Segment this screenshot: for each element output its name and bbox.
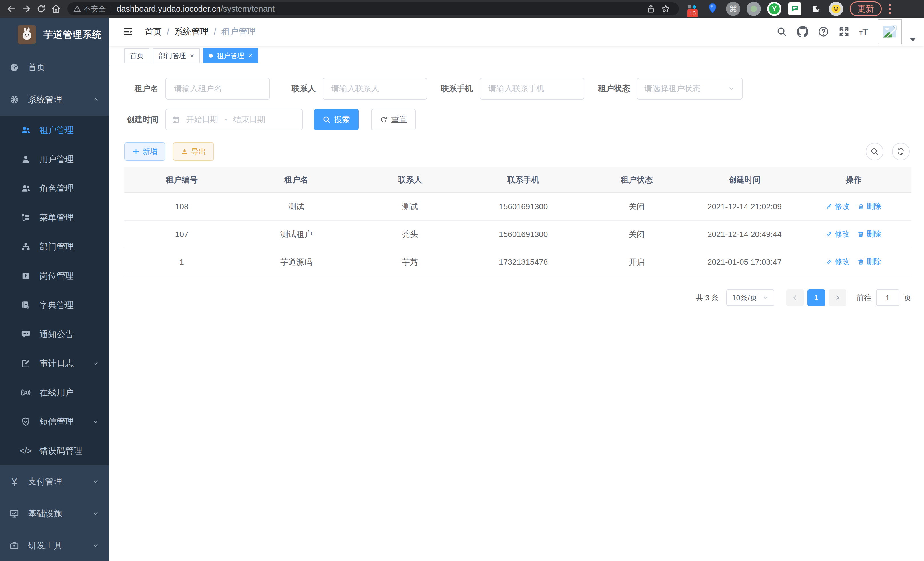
pagination: 共 3 条 10条/页 1 前往 页: [124, 289, 911, 306]
update-button[interactable]: 更新: [850, 2, 882, 16]
app-logo: [18, 26, 36, 44]
total-count: 共 3 条: [696, 293, 719, 303]
sidebar-item-home[interactable]: 首页: [0, 51, 109, 83]
url-host: dashboard.yudao.iocoder.cn: [117, 4, 220, 14]
fullscreen-icon[interactable]: [838, 26, 849, 37]
edit-link[interactable]: 修改: [826, 257, 849, 267]
chevron-down-icon: [92, 542, 99, 549]
delete-link[interactable]: 删除: [857, 201, 881, 211]
reset-button[interactable]: 重置: [371, 109, 416, 130]
sidebar-item-label: 错误码管理: [39, 445, 99, 457]
logo-row[interactable]: 芋道管理系统: [0, 18, 109, 51]
next-page-button[interactable]: [829, 289, 846, 306]
tab-tenant[interactable]: 租户管理 ×: [203, 48, 258, 63]
search-icon: [870, 147, 879, 156]
tenant-name-input[interactable]: [165, 78, 270, 99]
prev-page-button[interactable]: [786, 289, 804, 306]
current-page[interactable]: 1: [807, 289, 825, 306]
forward-icon[interactable]: [19, 2, 34, 16]
sidebar-item-menu[interactable]: 菜单管理: [0, 203, 109, 232]
sidebar-toggle-icon[interactable]: [122, 26, 134, 38]
close-icon[interactable]: ×: [190, 52, 194, 59]
github-icon[interactable]: [797, 26, 808, 38]
col-actions: 操作: [796, 167, 911, 193]
contact-input[interactable]: [322, 78, 427, 99]
chevron-down-icon: [728, 85, 735, 92]
table-toolbar: 新增 导出: [124, 142, 911, 161]
sidebar-item-devtools[interactable]: 研发工具: [0, 529, 109, 561]
extension-puzzle-icon[interactable]: [808, 2, 823, 16]
extension-y-icon[interactable]: Y: [767, 2, 782, 16]
org-chart-icon: [20, 242, 32, 252]
extension-face-icon[interactable]: [829, 2, 843, 16]
extension-dot-icon[interactable]: [746, 2, 761, 16]
sidebar-item-infra[interactable]: 基础设施: [0, 498, 109, 529]
sidebar-item-dept[interactable]: 部门管理: [0, 232, 109, 261]
sidebar-item-pay[interactable]: ¥ 支付管理: [0, 465, 109, 498]
field-label: 联系手机: [439, 83, 473, 94]
edit-link[interactable]: 修改: [826, 229, 849, 239]
breadcrumb-home[interactable]: 首页: [145, 26, 162, 38]
kebab-menu-icon[interactable]: [885, 2, 895, 16]
sidebar-item-online[interactable]: 在线用户: [0, 378, 109, 407]
field-label: 租户名: [124, 83, 159, 94]
y-glyph: Y: [769, 3, 780, 14]
dict-book-icon: [20, 300, 32, 310]
search-icon[interactable]: [776, 26, 787, 37]
delete-link[interactable]: 删除: [857, 229, 881, 239]
filter-contact: 联系人: [281, 78, 427, 99]
monitor-icon: [9, 509, 20, 518]
reload-icon[interactable]: [34, 2, 49, 16]
search-button[interactable]: 搜索: [314, 109, 358, 130]
font-size-icon[interactable]: тT: [859, 26, 868, 38]
page-suffix: 页: [904, 293, 911, 303]
extension-pin-icon[interactable]: [705, 2, 720, 16]
sidebar-item-post[interactable]: 岗位管理: [0, 261, 109, 290]
delete-link[interactable]: 删除: [857, 257, 881, 267]
sidebar-item-tenant[interactable]: 租户管理: [0, 116, 109, 145]
sidebar-item-dict[interactable]: 字典管理: [0, 290, 109, 320]
tab-home[interactable]: 首页: [124, 48, 149, 63]
extension-command-icon[interactable]: ⌘: [726, 2, 741, 16]
download-icon: [181, 148, 188, 155]
edit-link[interactable]: 修改: [826, 201, 849, 211]
sidebar-item-label: 首页: [28, 62, 99, 74]
extension-chat-icon[interactable]: [788, 2, 802, 16]
avatar-image[interactable]: [878, 19, 902, 44]
goto-page-input[interactable]: [876, 289, 899, 306]
export-button[interactable]: 导出: [173, 142, 214, 161]
sidebar-item-system[interactable]: 系统管理: [0, 83, 109, 116]
url-bar[interactable]: 不安全 dashboard.yudao.iocoder.cn /system/t…: [68, 2, 679, 15]
share-icon[interactable]: [644, 2, 658, 16]
date-range-picker[interactable]: 开始日期 - 结束日期: [165, 109, 303, 130]
help-icon[interactable]: [818, 26, 829, 37]
page-size-select[interactable]: 10条/页: [726, 289, 774, 306]
sidebar-item-audit[interactable]: 审计日志: [0, 349, 109, 378]
home-icon[interactable]: [49, 2, 63, 16]
back-icon[interactable]: [4, 2, 19, 16]
post-badge-icon: [20, 271, 32, 281]
extensions-row: 10 ⌘ Y: [685, 2, 843, 16]
sidebar-item-label: 基础设施: [28, 508, 92, 520]
sidebar-item-notice[interactable]: 通知公告: [0, 320, 109, 349]
sidebar-item-role[interactable]: 角色管理: [0, 174, 109, 203]
sidebar-item-user[interactable]: 用户管理: [0, 145, 109, 174]
goto-label: 前往: [856, 293, 872, 303]
extension-grid-icon[interactable]: 10: [685, 2, 699, 16]
breadcrumb-system[interactable]: 系统管理: [174, 26, 208, 38]
close-icon[interactable]: ×: [248, 52, 252, 59]
tab-dept[interactable]: 部门管理 ×: [153, 48, 200, 63]
security-label: 不安全: [83, 4, 106, 14]
sidebar-item-errcode[interactable]: </> 错误码管理: [0, 436, 109, 465]
refresh-table-button[interactable]: [892, 143, 910, 160]
avatar-caret-icon[interactable]: [910, 38, 916, 41]
status-select[interactable]: 请选择租户状态: [637, 78, 742, 99]
add-button[interactable]: 新增: [124, 142, 165, 161]
sidebar-item-sms[interactable]: 短信管理: [0, 407, 109, 436]
show-search-button[interactable]: [866, 143, 884, 160]
phone-input[interactable]: [480, 78, 584, 99]
sidebar-item-label: 在线用户: [39, 387, 99, 399]
bookmark-star-icon[interactable]: [658, 2, 673, 16]
app-header: 首页 / 系统管理 / 租户管理 тT: [109, 18, 924, 46]
trash-icon: [857, 203, 864, 210]
